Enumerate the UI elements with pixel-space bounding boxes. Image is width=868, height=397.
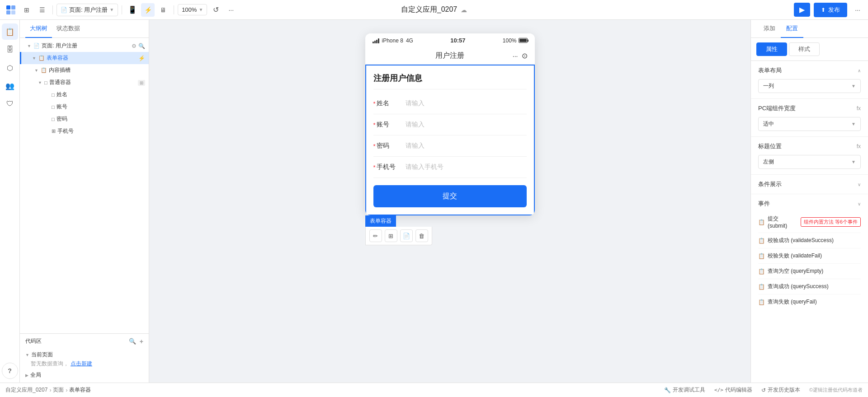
query-success-name: 查询成功 (querySuccess) (768, 283, 829, 290)
data-icon[interactable]: 🗄 (2, 42, 18, 58)
page-tree-arrow: ▼ (27, 44, 33, 48)
add-tab[interactable]: 添加 (758, 20, 781, 38)
code-add-icon[interactable]: + (140, 338, 143, 345)
security-icon[interactable]: 🛡 (2, 96, 18, 112)
events-section: 事件 ∨ 📋 提交 (submit) 组件内置方法 等6个事件 📋 校验成功 (… (751, 194, 868, 315)
users-icon[interactable]: 👥 (2, 78, 18, 94)
svg-rect-2 (6, 10, 10, 14)
refresh-btn[interactable]: ↺ (209, 3, 222, 17)
tree-item-account[interactable]: □ 账号 (20, 101, 149, 113)
outline-tab[interactable]: 大纲树 (25, 20, 52, 38)
config-tab[interactable]: 配置 (781, 20, 803, 38)
account-input-placeholder[interactable]: 请输入 (406, 121, 527, 129)
edit-component-btn[interactable]: ✏ (369, 229, 382, 242)
name-input-placeholder[interactable]: 请输入 (406, 99, 527, 107)
delete-component-btn[interactable]: 🗑 (415, 229, 428, 242)
tree-search-icon[interactable]: 🔍 (138, 43, 145, 49)
phone-required-mark: * (373, 164, 376, 171)
page-icon: 📄 (61, 7, 67, 13)
global-header[interactable]: ▶ 全局 (25, 371, 143, 379)
tree-item-page[interactable]: ▼ 📄 页面: 用户注册 ⚙ 🔍 (20, 40, 149, 52)
copy-component-btn[interactable]: ⊞ (385, 229, 397, 242)
tree-area: ▼ 📄 页面: 用户注册 ⚙ 🔍 ▼ 📋 表单容器 ⚡ (20, 38, 149, 333)
help-icon[interactable]: ? (2, 363, 18, 379)
current-page-arrow: ▼ (25, 353, 29, 357)
tree-item-content-slot[interactable]: ▼ 📋 内容插槽 (20, 64, 149, 76)
submit-button[interactable]: 提交 (373, 185, 527, 207)
flow-icon[interactable]: ⬡ (2, 60, 18, 76)
desktop-view-btn[interactable]: 🖥 (156, 3, 170, 17)
create-link[interactable]: 点击新建 (71, 360, 92, 368)
state-data-tab[interactable]: 状态数据 (52, 20, 85, 38)
account-required-mark: * (373, 121, 376, 128)
password-required-mark: * (373, 143, 376, 149)
tree-item-phone[interactable]: ⊞ 手机号 (20, 125, 149, 137)
form-layout-title: 表单布局 (758, 66, 782, 75)
condition-arrow: ∨ (858, 182, 861, 187)
phone-battery-percent: 100% (503, 37, 517, 44)
condition-section: 条件展示 ∨ (751, 175, 868, 194)
code-search-icon[interactable]: 🔍 (129, 338, 136, 345)
phone-battery-area: 100% (503, 37, 528, 44)
top-more-btn[interactable]: ··· (851, 3, 864, 17)
code-area-header[interactable]: 代码区 🔍 + (20, 334, 149, 349)
form-layout-header[interactable]: 表单布局 ∧ (758, 66, 861, 75)
label-position-value-text: 左侧 (763, 158, 774, 166)
form-layout-dropdown-icon: ▼ (851, 84, 856, 89)
events-title: 事件 (758, 200, 770, 208)
run-btn[interactable]: ▶ (794, 3, 810, 17)
page-selector[interactable]: 📄 页面: 用户注册 ▼ (57, 4, 118, 16)
name-label: 姓名 (377, 99, 398, 107)
grid-view-btn[interactable]: ⊞ (20, 3, 33, 17)
label-position-value[interactable]: 左侧 ▼ (758, 155, 861, 169)
current-page-header[interactable]: ▼ 当前页面 (25, 350, 143, 360)
app-logo[interactable] (4, 3, 18, 17)
phone-label: 手机号 (377, 163, 398, 171)
tree-item-password[interactable]: □ 密码 (20, 113, 149, 125)
query-empty-icon: 📋 (758, 268, 765, 275)
pc-width-section: PC端组件宽度 fx 适中 ▼ (751, 99, 868, 137)
tree-item-form-container[interactable]: ▼ 📋 表单容器 ⚡ (20, 52, 149, 64)
left-panel-tabs: 大纲树 状态数据 (20, 20, 149, 38)
submit-event-badge[interactable]: 组件内置方法 等6个事件 (801, 217, 861, 227)
right-panel-tabs: 添加 配置 (751, 20, 868, 38)
phone-target-icon[interactable]: ⊙ (522, 51, 528, 60)
phone-nav-title: 用户注册 (400, 51, 500, 61)
duplicate-component-btn[interactable]: 📄 (400, 229, 413, 242)
mobile-view-btn[interactable]: 📱 (126, 3, 139, 17)
code-area-title: 代码区 (25, 337, 42, 345)
pages-icon[interactable]: 📋 (2, 23, 18, 40)
name-field-label: 姓名 (57, 91, 67, 98)
phone-more-icon[interactable]: ··· (513, 52, 518, 60)
submit-event-name: 提交 (submit) (768, 215, 798, 229)
form-title: 注册用户信息 (373, 73, 527, 89)
component-toolbar: ✏ ⊞ 📄 🗑 (365, 227, 432, 245)
zoom-selector[interactable]: 100% ▼ (178, 4, 207, 15)
right-panel-subtabs: 属性 样式 (751, 38, 868, 61)
pc-width-formula-icon[interactable]: fx (857, 105, 861, 112)
account-field-label: 账号 (57, 103, 67, 111)
list-view-btn[interactable]: ☰ (35, 3, 49, 17)
style-subtab[interactable]: 样式 (789, 42, 820, 56)
publish-btn[interactable]: ⬆ 发布 (814, 3, 847, 17)
tree-item-name[interactable]: □ 姓名 (20, 89, 149, 101)
password-field-label: 密码 (57, 115, 67, 123)
canvas-area: iPhone 8 4G 10:57 100% 用户注册 (149, 20, 750, 383)
phone-input-placeholder[interactable]: 请输入手机号 (406, 163, 527, 171)
form-layout-value[interactable]: 一列 ▼ (758, 79, 861, 93)
events-header[interactable]: 事件 ∨ (758, 200, 861, 208)
more-options-btn[interactable]: ··· (224, 3, 238, 17)
phone-nav-actions: ··· ⊙ (500, 51, 528, 60)
interactive-btn[interactable]: ⚡ (141, 3, 155, 17)
props-subtab[interactable]: 属性 (756, 42, 787, 56)
query-empty-name: 查询为空 (queryEmpty) (768, 267, 823, 275)
event-query-fail: 📋 查询失败 (queryFail) (758, 294, 861, 309)
password-input-placeholder[interactable]: 请输入 (406, 142, 527, 150)
label-position-formula-icon[interactable]: fx (857, 143, 861, 149)
tree-item-normal-container[interactable]: ▼ □ 普通容器 ⊞ (20, 76, 149, 89)
page-dropdown-icon: ▼ (109, 7, 114, 12)
tree-settings-icon[interactable]: ⚙ (132, 43, 137, 49)
account-field-icon: □ (52, 104, 55, 110)
pc-width-value[interactable]: 适中 ▼ (758, 117, 861, 131)
condition-header[interactable]: 条件展示 ∨ (758, 180, 861, 188)
